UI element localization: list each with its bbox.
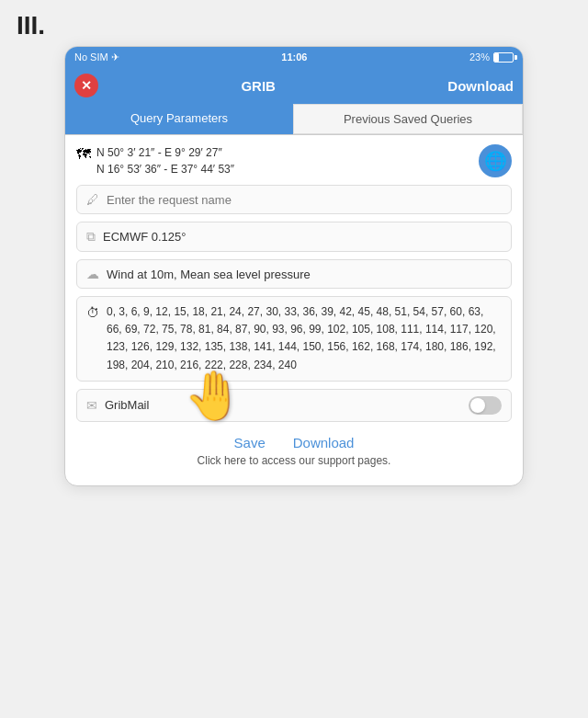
header-download-button[interactable]: Download <box>447 78 514 94</box>
battery-fill <box>494 53 499 62</box>
gribmail-row: ✉ GribMail <box>76 389 512 422</box>
request-name-input[interactable] <box>107 193 502 207</box>
name-field-icon: 🖊 <box>86 192 99 207</box>
gribmail-toggle[interactable] <box>469 396 502 415</box>
location-coords: N 50° 3′ 21″ - E 9° 29′ 27″ N 16° 53′ 36… <box>96 144 234 177</box>
support-text[interactable]: Click here to access our support pages. <box>76 454 512 467</box>
gribmail-left: ✉ GribMail <box>86 398 149 413</box>
download-action-button[interactable]: Download <box>293 435 355 450</box>
location-icon: 🗺 <box>76 146 91 163</box>
request-name-row: 🖊 <box>76 185 512 214</box>
device-frame: No SIM ✈ 11:06 23% ✕ GRIB Download Query… <box>64 46 524 486</box>
coord-line1: N 50° 3′ 21″ - E 9° 29′ 27″ <box>96 144 234 161</box>
roman-numeral: III. <box>17 11 45 40</box>
header-title: GRIB <box>74 78 442 94</box>
clock-icon: ⏱ <box>86 305 99 320</box>
page-wrapper: III. No SIM ✈ 11:06 23% ✕ GRIB Download … <box>0 0 588 718</box>
battery-icon <box>493 52 514 63</box>
save-button[interactable]: Save <box>234 435 266 450</box>
status-left: No SIM ✈ <box>74 51 119 63</box>
model-row[interactable]: ⧉ ECMWF 0.125° <box>76 222 512 252</box>
gribmail-label: GribMail <box>105 398 149 412</box>
cloud-icon: ☁ <box>86 267 99 281</box>
coord-line2: N 16° 53′ 36″ - E 37° 44′ 53″ <box>96 161 234 177</box>
tab-bar: Query Parameters Previous Saved Queries <box>65 104 523 135</box>
app-header: ✕ GRIB Download <box>65 67 523 104</box>
location-group: 🗺 N 50° 3′ 21″ - E 9° 29′ 27″ N 16° 53′ … <box>76 144 234 177</box>
status-right: 23% <box>469 51 514 63</box>
parameters-row[interactable]: ☁ Wind at 10m, Mean sea level pressure <box>76 259 512 289</box>
signal-text: No SIM ✈ <box>74 51 119 63</box>
model-label: ECMWF 0.125° <box>103 230 186 244</box>
tab-query-parameters[interactable]: Query Parameters <box>65 104 293 134</box>
status-bar: No SIM ✈ 11:06 23% <box>65 47 523 67</box>
toggle-thumb <box>470 398 485 413</box>
timesteps-box[interactable]: ⏱ 0, 3, 6, 9, 12, 15, 18, 21, 24, 27, 30… <box>76 296 512 382</box>
mail-icon: ✉ <box>86 398 97 413</box>
globe-icon: 🌐 <box>484 150 507 172</box>
globe-button[interactable]: 🌐 <box>479 144 512 177</box>
action-row: Save Download <box>76 435 512 450</box>
parameters-label: Wind at 10m, Mean sea level pressure <box>107 268 311 281</box>
content-area: 🗺 N 50° 3′ 21″ - E 9° 29′ 27″ N 16° 53′ … <box>65 135 523 485</box>
battery-percent: 23% <box>469 51 490 63</box>
status-time: 11:06 <box>281 51 307 63</box>
timesteps-values: 0, 3, 6, 9, 12, 15, 18, 21, 24, 27, 30, … <box>107 303 502 374</box>
layers-icon: ⧉ <box>86 229 96 245</box>
location-row: 🗺 N 50° 3′ 21″ - E 9° 29′ 27″ N 16° 53′ … <box>76 144 512 177</box>
tab-previous-saved-queries[interactable]: Previous Saved Queries <box>293 104 523 134</box>
